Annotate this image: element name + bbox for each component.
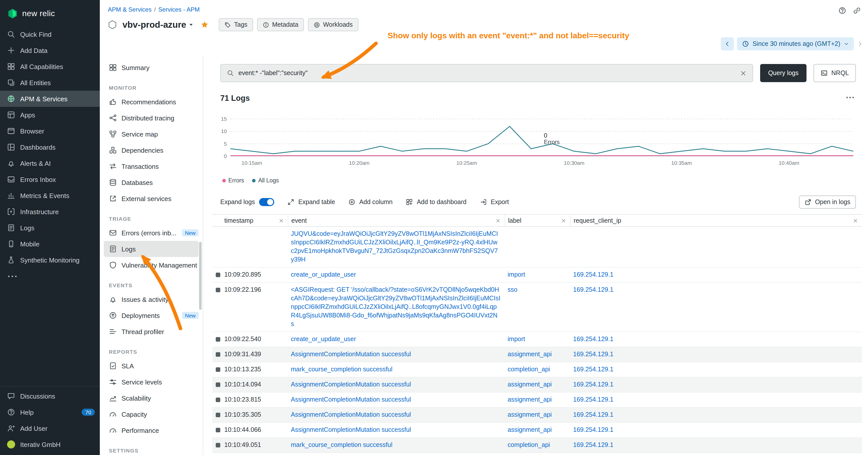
- row-select-checkbox[interactable]: [216, 428, 220, 432]
- nav-item-all-entities[interactable]: All Entities: [0, 74, 100, 91]
- workloads-button[interactable]: Workloads: [308, 18, 359, 31]
- nav-item-add-data[interactable]: Add Data: [0, 42, 100, 59]
- subnav-item-external-services[interactable]: External services: [100, 191, 203, 206]
- entity-dropdown-caret-icon[interactable]: [188, 21, 195, 28]
- row-select-checkbox[interactable]: [216, 443, 220, 448]
- ip-link[interactable]: 169.254.129.1: [573, 396, 614, 403]
- nav-item-help[interactable]: Help70: [0, 404, 100, 420]
- table-row[interactable]: 10:10:13.235 mark_course_completion succ…: [212, 362, 862, 378]
- nav-item-alerts-ai[interactable]: Alerts & AI: [0, 155, 100, 171]
- nav-item-apps[interactable]: Apps: [0, 107, 100, 123]
- subnav-item-vulnerability-management[interactable]: Vulnerability Management: [100, 257, 203, 273]
- label-link[interactable]: completion_api: [507, 442, 550, 449]
- breadcrumb-services-apm[interactable]: Services - APM: [158, 6, 199, 13]
- nav-item-metrics-events[interactable]: Metrics & Events: [0, 188, 100, 203]
- new-relic-logo[interactable]: new relic: [0, 0, 100, 26]
- table-row[interactable]: 10:10:14.094 AssignmentCompletionMutatio…: [212, 378, 862, 392]
- overflow-menu-icon[interactable]: [846, 97, 854, 98]
- table-row[interactable]: 10:09:31.439 AssignmentCompletionMutatio…: [212, 347, 862, 362]
- nav-item-logs[interactable]: Logs: [0, 220, 100, 236]
- event-link[interactable]: mark_course_completion successful: [291, 442, 393, 449]
- nav-item-add-user[interactable]: Add User: [0, 420, 100, 436]
- time-forward-button[interactable]: [857, 41, 863, 47]
- remove-column-icon[interactable]: [853, 218, 858, 223]
- subnav-item-deployments[interactable]: DeploymentsNew: [100, 307, 203, 324]
- event-link[interactable]: create_or_update_user: [291, 335, 356, 343]
- ip-link[interactable]: 169.254.129.1: [573, 411, 614, 418]
- open-in-logs-button[interactable]: Open in logs: [799, 195, 856, 208]
- label-link[interactable]: assignment_api: [507, 426, 552, 433]
- subnav-item-issues-activity[interactable]: Issues & activity: [100, 291, 203, 307]
- label-link[interactable]: completion_api: [507, 366, 550, 373]
- nav-item-errors-inbox[interactable]: Errors Inbox: [0, 171, 100, 188]
- expand-logs-toggle[interactable]: [259, 198, 274, 206]
- subnav-item-logs[interactable]: Logs: [104, 241, 198, 257]
- favorite-star-icon[interactable]: [201, 21, 209, 29]
- expand-table-button[interactable]: Expand table: [287, 198, 335, 205]
- label-link[interactable]: assignment_api: [507, 396, 552, 403]
- row-select-checkbox[interactable]: [216, 397, 220, 402]
- ip-link[interactable]: 169.254.129.1: [573, 271, 614, 278]
- add-column-button[interactable]: Add column: [348, 198, 393, 205]
- event-link[interactable]: AssignmentCompletionMutation successful: [291, 426, 411, 433]
- label-link[interactable]: assignment_api: [507, 351, 552, 358]
- nav-item-more[interactable]: [0, 268, 100, 284]
- table-row[interactable]: 10:09:22.540 create_or_update_user impor…: [212, 332, 862, 347]
- event-link[interactable]: <ASGIRequest: GET '/sso/callback/?state=…: [291, 286, 500, 327]
- label-link[interactable]: assignment_api: [507, 381, 552, 388]
- label-link[interactable]: assignment_api: [507, 411, 552, 418]
- table-row[interactable]: 10:10:35.305 AssignmentCompletionMutatio…: [212, 408, 862, 423]
- tags-button[interactable]: Tags: [219, 18, 253, 31]
- breadcrumb-apm-services[interactable]: APM & Services: [108, 6, 152, 13]
- export-button[interactable]: Export: [479, 198, 509, 205]
- ip-link[interactable]: 169.254.129.1: [573, 381, 614, 388]
- subnav-item-service-map[interactable]: Service map: [100, 126, 203, 142]
- ip-link[interactable]: 169.254.129.1: [573, 366, 614, 373]
- nav-item-all-capabilities[interactable]: All Capabilities: [0, 59, 100, 74]
- row-select-checkbox[interactable]: [216, 337, 220, 342]
- ip-link[interactable]: 169.254.129.1: [573, 442, 614, 449]
- nav-item-apm-services[interactable]: APM & Services: [0, 91, 100, 107]
- log-query-input[interactable]: [239, 69, 736, 76]
- ip-link[interactable]: 169.254.129.1: [573, 286, 614, 293]
- label-link[interactable]: import: [507, 271, 525, 278]
- legend-errors[interactable]: Errors: [222, 177, 244, 184]
- label-link[interactable]: sso: [507, 286, 518, 293]
- time-back-button[interactable]: [721, 37, 734, 51]
- event-link[interactable]: AssignmentCompletionMutation successful: [291, 381, 411, 388]
- ip-link[interactable]: 169.254.129.1: [573, 426, 614, 433]
- permalink-icon[interactable]: [853, 6, 861, 14]
- subnav-item-scalability[interactable]: Scalability: [100, 390, 203, 406]
- remove-column-icon[interactable]: [279, 218, 284, 223]
- ip-link[interactable]: 169.254.129.1: [573, 335, 614, 343]
- table-row[interactable]: 10:10:23.815 AssignmentCompletionMutatio…: [212, 392, 862, 408]
- subnav-scrollbar[interactable]: [199, 242, 202, 310]
- subnav-item-summary[interactable]: Summary: [100, 60, 203, 75]
- subnav-item-distributed-tracing[interactable]: Distributed tracing: [100, 110, 203, 126]
- table-row[interactable]: 10:09:22.196 <ASGIRequest: GET '/sso/cal…: [212, 283, 862, 332]
- table-row[interactable]: 10:10:44.066 AssignmentCompletionMutatio…: [212, 423, 862, 438]
- subnav-item-transactions[interactable]: Transactions: [100, 158, 203, 174]
- event-link[interactable]: AssignmentCompletionMutation successful: [291, 351, 411, 358]
- row-select-checkbox[interactable]: [216, 367, 220, 372]
- nav-item-browser[interactable]: Browser: [0, 123, 100, 139]
- subnav-item-recommendations[interactable]: Recommendations: [100, 94, 203, 110]
- subnav-item-capacity[interactable]: Capacity: [100, 406, 203, 422]
- subnav-item-databases[interactable]: Databases: [100, 174, 203, 191]
- table-row[interactable]: JUQVU&code=eyJraWQiOiJjcGltY29yZV8wOTl1M…: [212, 227, 862, 267]
- row-select-checkbox[interactable]: [216, 383, 220, 387]
- subnav-item-performance[interactable]: Performance: [100, 422, 203, 438]
- row-select-checkbox[interactable]: [216, 413, 220, 417]
- remove-column-icon[interactable]: [496, 218, 500, 223]
- legend-all-logs[interactable]: All Logs: [252, 177, 279, 184]
- event-link[interactable]: create_or_update_user: [291, 271, 356, 278]
- subnav-item-errors-inbox[interactable]: Errors (errors inb...New: [100, 225, 203, 241]
- nav-item-quick-find[interactable]: Quick Find: [0, 26, 100, 42]
- label-link[interactable]: import: [507, 335, 525, 343]
- row-select-checkbox[interactable]: [216, 272, 220, 277]
- subnav-item-service-levels[interactable]: Service levels: [100, 374, 203, 390]
- nav-item-discussions[interactable]: Discussions: [0, 388, 100, 404]
- nav-item-mobile[interactable]: Mobile: [0, 236, 100, 252]
- help-circle-icon[interactable]: [838, 6, 846, 14]
- nav-item-dashboards[interactable]: Dashboards: [0, 139, 100, 155]
